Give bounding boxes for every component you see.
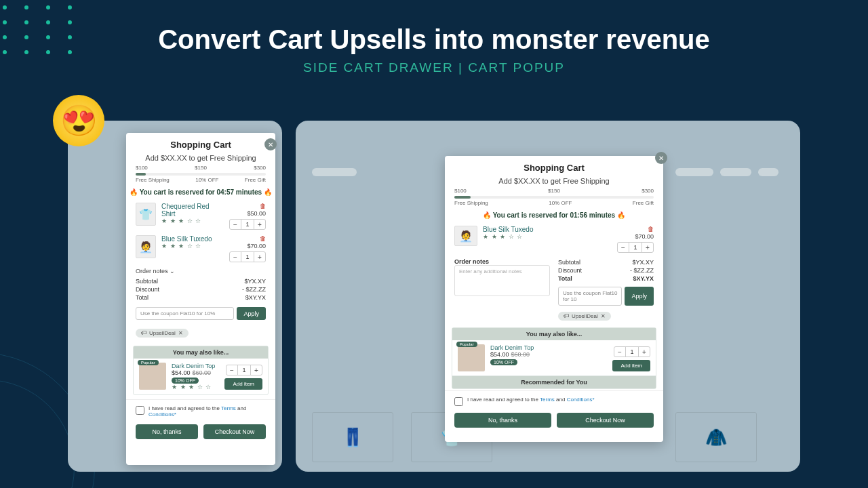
- upsell-thumbnail: Popular: [139, 363, 166, 390]
- add-item-button[interactable]: Add item: [224, 378, 262, 390]
- conditions-link[interactable]: Conditions*: [149, 411, 176, 418]
- qty-minus-button[interactable]: −: [230, 252, 241, 262]
- order-notes-input[interactable]: Enter any additional notes: [454, 265, 550, 296]
- star-rating-icon: ★ ★ ★ ☆ ☆: [161, 243, 224, 249]
- upsell-heading: You may also like...: [134, 346, 268, 359]
- discount-value: - $ZZ.ZZ: [242, 286, 266, 293]
- qty-plus-button[interactable]: +: [639, 347, 650, 357]
- threshold-tick: $150: [195, 165, 207, 171]
- product-thumbnail: 🧑‍💼: [136, 235, 156, 258]
- desktop-mockup: 👖 👕 🧥 ✕ Shopping Cart Add $XX.XX to get …: [296, 121, 800, 472]
- progress-bar: [454, 196, 654, 199]
- agree-text: I have read and agreed to the Terms and …: [467, 396, 595, 403]
- threshold-tick: $300: [642, 188, 654, 194]
- product-price: $70.00: [229, 243, 266, 249]
- trash-icon[interactable]: 🗑: [229, 235, 266, 242]
- popular-badge: Popular: [456, 342, 477, 347]
- quantity-stepper[interactable]: − 1 +: [229, 219, 266, 230]
- page-subtitle: SIDE CART DRAWER | CART POPUP: [0, 60, 868, 75]
- threshold-tick: $300: [254, 165, 266, 171]
- order-notes-label: Order notes: [454, 258, 550, 265]
- totals-block: Subtotal$YX.XY Discount- $ZZ.ZZ Total$XY…: [126, 276, 275, 303]
- qty-value: 1: [629, 243, 642, 252]
- cart-item: 🧑‍💼 Blue Silk Tuxedo ★ ★ ★ ☆ ☆ 🗑 $70.00 …: [126, 232, 275, 265]
- product-thumbnail: 🧑‍💼: [454, 226, 477, 246]
- add-item-button[interactable]: Add item: [612, 360, 650, 371]
- coupon-chip[interactable]: 🏷UpsellDeal✕: [558, 312, 611, 321]
- apply-button[interactable]: Apply: [237, 307, 266, 320]
- no-thanks-button[interactable]: No, thanks: [454, 413, 551, 428]
- qty-plus-button[interactable]: +: [254, 220, 265, 229]
- product-price: $50.00: [229, 210, 266, 217]
- recommended-heading: Recommended for You: [452, 375, 656, 388]
- threshold-tick: $100: [454, 188, 467, 194]
- threshold-label: 10% OFF: [195, 177, 218, 183]
- discount-badge: 10% OFF: [490, 359, 517, 365]
- conditions-link[interactable]: Conditions*: [567, 396, 595, 403]
- close-icon[interactable]: ✕: [264, 138, 277, 150]
- qty-value: 1: [241, 220, 254, 229]
- threshold-label: Free Shipping: [454, 200, 488, 206]
- coupon-input[interactable]: Use the coupon Flat10 for 10: [558, 287, 622, 306]
- star-rating-icon: ★ ★ ★ ☆ ☆: [172, 384, 219, 390]
- cart-title: Shopping Cart: [445, 156, 663, 177]
- checkout-button[interactable]: Checkout Now: [557, 413, 654, 428]
- star-rating-icon: ★ ★ ★ ☆ ☆: [161, 218, 224, 224]
- popular-badge: Popular: [138, 360, 159, 365]
- coupon-input[interactable]: Use the coupon Flat10 for 10%: [136, 307, 234, 320]
- discount-label: Discount: [136, 286, 159, 293]
- qty-minus-button[interactable]: −: [618, 243, 629, 252]
- cart-item: 🧑‍💼 Blue Silk Tuxedo ★ ★ ★ ☆ ☆ 🗑 $70.00 …: [445, 223, 663, 256]
- quantity-stepper[interactable]: − 1 +: [614, 346, 650, 357]
- apply-button[interactable]: Apply: [625, 287, 654, 306]
- qty-plus-button[interactable]: +: [254, 252, 265, 262]
- upsell-name[interactable]: Dark Denim Top: [490, 344, 607, 351]
- page-headline: Convert Cart Upsells into monster revenu…: [0, 24, 868, 55]
- heart-eyes-emoji-icon: 😍: [53, 95, 104, 146]
- agree-checkbox[interactable]: [454, 397, 463, 406]
- cart-title: Shopping Cart: [126, 133, 275, 154]
- subtotal-value: $YX.XY: [244, 278, 266, 285]
- discount-badge: 10% OFF: [172, 378, 199, 384]
- star-rating-icon: ★ ★ ★ ☆ ☆: [483, 233, 612, 240]
- close-icon[interactable]: ✕: [655, 152, 667, 164]
- quantity-stepper[interactable]: − 1 +: [617, 242, 654, 253]
- no-thanks-button[interactable]: No, thanks: [136, 424, 198, 439]
- product-price: $70.00: [617, 233, 654, 240]
- order-notes-toggle[interactable]: Order notes: [126, 265, 275, 276]
- threshold-label: Free Gift: [633, 200, 654, 206]
- upsell-block: You may also like... Popular Dark Denim …: [452, 327, 656, 389]
- tag-icon: 🏷: [141, 330, 146, 336]
- subtotal-label: Subtotal: [558, 259, 580, 266]
- threshold-label: Free Gift: [245, 177, 266, 183]
- trash-icon[interactable]: 🗑: [229, 203, 266, 209]
- chip-remove-icon[interactable]: ✕: [178, 330, 183, 336]
- product-name[interactable]: Blue Silk Tuxedo: [483, 226, 612, 233]
- threshold-tick: $150: [548, 188, 560, 194]
- terms-link[interactable]: Terms: [221, 405, 236, 411]
- phone-mockup: ✕ Shopping Cart Add $XX.XX to get Free S…: [68, 121, 282, 472]
- checkout-button[interactable]: Checkout Now: [203, 424, 266, 439]
- trash-icon[interactable]: 🗑: [617, 226, 654, 232]
- upsell-heading: You may also like...: [452, 328, 656, 340]
- discount-value: - $ZZ.ZZ: [630, 267, 654, 274]
- quantity-stepper[interactable]: − 1 +: [226, 365, 262, 375]
- agree-checkbox[interactable]: [136, 406, 144, 415]
- coupon-chip[interactable]: 🏷UpsellDeal✕: [136, 329, 189, 338]
- qty-minus-button[interactable]: −: [230, 220, 241, 229]
- chip-remove-icon[interactable]: ✕: [601, 313, 606, 319]
- qty-plus-button[interactable]: +: [642, 243, 653, 252]
- terms-link[interactable]: Terms: [540, 396, 555, 403]
- free-shipping-text: Add $XX.XX to get Free Shipping: [126, 154, 275, 162]
- quantity-stepper[interactable]: − 1 +: [229, 251, 266, 262]
- qty-minus-button[interactable]: −: [614, 347, 625, 357]
- threshold-label: 10% OFF: [549, 200, 572, 206]
- product-name[interactable]: Chequered Red Shirt: [161, 203, 224, 218]
- product-name[interactable]: Blue Silk Tuxedo: [161, 235, 224, 243]
- subtotal-value: $YX.XY: [632, 259, 654, 266]
- qty-minus-button[interactable]: −: [226, 365, 237, 375]
- qty-plus-button[interactable]: +: [251, 365, 262, 375]
- upsell-name[interactable]: Dark Denim Top: [172, 363, 219, 369]
- threshold-label: Free Shipping: [136, 177, 170, 183]
- qty-value: 1: [237, 365, 251, 375]
